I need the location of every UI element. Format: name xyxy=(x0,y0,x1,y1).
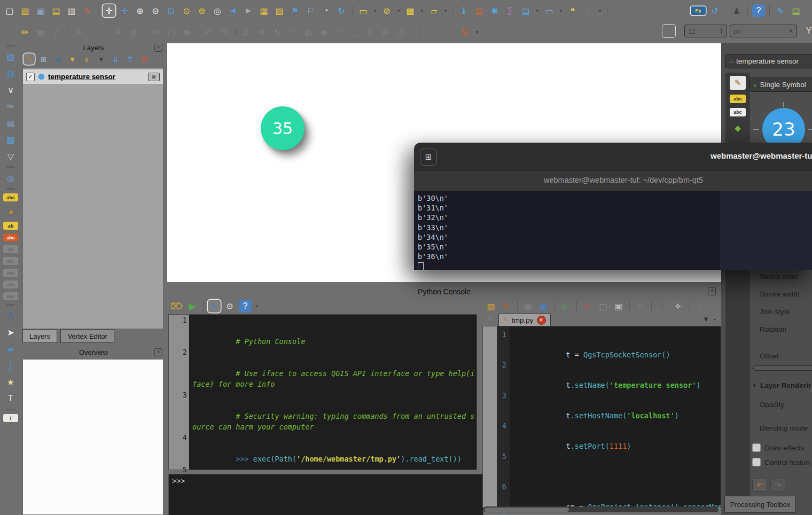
layer-diagram-icon[interactable]: ◕ xyxy=(4,205,18,218)
rotate-label-icon[interactable]: abc xyxy=(3,280,18,288)
save-as-icon[interactable]: ▣ xyxy=(537,300,550,313)
dropdown-caret-icon[interactable]: ▾ xyxy=(535,4,540,17)
copy-features-icon[interactable]: ▢ xyxy=(165,26,178,38)
select-annotation-icon[interactable]: ➤ xyxy=(4,326,18,339)
user-profile-icon[interactable]: ♟ xyxy=(730,4,743,17)
save-script-icon[interactable]: ▣ xyxy=(522,300,535,313)
dropdown-caret-icon[interactable]: ▾ xyxy=(410,26,416,38)
new-bookmark-icon[interactable]: ⚑ xyxy=(288,4,301,17)
new-project-icon[interactable]: ▢ xyxy=(3,4,16,17)
redo-style-icon[interactable]: ↷ xyxy=(770,479,785,491)
offset-slider[interactable] xyxy=(753,365,812,371)
new-tab-icon[interactable]: ⊞ xyxy=(420,149,437,166)
copy-icon[interactable]: ▢ xyxy=(597,300,610,313)
panel-tab[interactable]: Layers xyxy=(22,329,57,343)
move-feature-icon[interactable]: ✜ xyxy=(255,26,268,38)
select-by-form-icon[interactable]: ▱ xyxy=(427,4,440,17)
new-print-layout-icon[interactable]: ▤ xyxy=(50,4,63,17)
toggle-editing-icon[interactable]: ✏ xyxy=(19,26,32,38)
paste-features-icon[interactable]: ▣ xyxy=(181,26,193,38)
digitize-line-icon[interactable]: ╱ xyxy=(50,26,63,38)
topology-icon[interactable]: Y xyxy=(802,25,812,37)
rotate-point-symbols-icon[interactable]: ◷ xyxy=(395,26,408,38)
clear-console-icon[interactable]: ⌦ xyxy=(170,300,183,313)
deselect-features-icon[interactable]: ⊘ xyxy=(380,4,393,17)
statistics-icon[interactable]: ∑ xyxy=(504,4,517,17)
editor-horizontal-scrollbar[interactable] xyxy=(483,506,719,512)
layer-item-temperature-sensor[interactable]: ✓ temperature sensor ▦ xyxy=(23,69,163,84)
object-inspector-icon[interactable]: ✧ xyxy=(672,300,684,313)
collapse-all-icon[interactable]: ⇈ xyxy=(124,53,136,65)
digitize-circle-icon[interactable]: ○ xyxy=(89,26,102,38)
move-handle-icon[interactable]: ⊕ xyxy=(487,314,493,323)
mask-tab-icon[interactable]: abc xyxy=(730,108,746,116)
console-splitter-handle[interactable]: · · · · · · xyxy=(168,470,476,473)
create-text-annotation-icon[interactable]: T xyxy=(4,392,18,405)
chevron-down-icon[interactable]: ▾ xyxy=(714,317,716,322)
console-output[interactable]: 1 # Python Console 2 # Use iface to acce… xyxy=(168,314,477,470)
temporal-controller-icon[interactable]: ◔ xyxy=(319,4,332,17)
dropdown-caret-icon[interactable]: ▾ xyxy=(254,300,260,313)
zoom-last-icon[interactable]: ◄ xyxy=(227,4,239,17)
measure-angle-icon[interactable]: ∠ xyxy=(240,26,253,38)
dropdown-caret-icon[interactable]: ▾ xyxy=(443,4,448,17)
show-editor-icon[interactable]: ✎ xyxy=(208,300,221,313)
dropdown-caret-icon[interactable]: ▾ xyxy=(96,53,107,65)
layout-manager-icon[interactable]: ▥ xyxy=(65,4,78,17)
3d-view-tab-icon[interactable]: ◆ xyxy=(730,121,746,135)
measure-icon[interactable]: ▭ xyxy=(543,4,556,17)
checkbox-row[interactable]: Control feature rendering order xyxy=(752,458,810,466)
panel-tab[interactable]: Vertex Editor xyxy=(60,329,114,343)
editor-tab-tmp-py[interactable]: ✎ tmp.py ✕ xyxy=(498,313,551,326)
dropdown-caret-icon[interactable]: ▾ xyxy=(104,26,110,38)
advanced-digitizing-icon[interactable]: ≋ xyxy=(112,26,125,38)
attributes-abacus-icon[interactable]: ▦ xyxy=(473,4,486,17)
search-settings-icon[interactable]: ◌ xyxy=(582,4,595,17)
database-manager-icon[interactable]: ◎ xyxy=(4,171,18,184)
open-project-icon[interactable]: ▨ xyxy=(19,4,32,17)
paste-icon[interactable]: ▣ xyxy=(612,300,625,313)
dock-tab[interactable]: Processing Toolbox xyxy=(724,496,796,513)
labels-tab-icon[interactable]: abc xyxy=(730,95,746,103)
rotate-feature-icon[interactable]: ↻ xyxy=(271,26,284,38)
plugin-blue-icon[interactable]: ↺ xyxy=(708,4,721,17)
digitize-shape-icon[interactable]: ✳ xyxy=(73,26,86,38)
create-line-annotation-icon[interactable]: ∫ xyxy=(4,359,18,372)
vertex-editor-icon[interactable]: ✎ xyxy=(774,4,787,17)
split-features-icon[interactable]: ╳ xyxy=(364,26,377,38)
pin-labels-icon[interactable]: ab xyxy=(3,222,18,230)
new-gpx-layer-icon[interactable]: ▽ xyxy=(4,150,18,162)
identify-features-icon[interactable]: ℹ xyxy=(457,4,470,17)
toggle-comment-icon[interactable]: # xyxy=(656,300,669,313)
help-icon[interactable]: ? xyxy=(239,300,252,313)
dropdown-caret-icon[interactable]: ▾ xyxy=(419,4,425,17)
map-tips-icon[interactable]: ❝ xyxy=(566,4,579,17)
move-label-icon[interactable]: ab xyxy=(3,245,18,253)
pan-to-selection-icon[interactable]: ✛ xyxy=(118,4,131,17)
dropdown-caret-icon[interactable]: ▾ xyxy=(597,4,603,17)
new-shapefile-layer-icon[interactable]: ▧ xyxy=(4,50,18,63)
close-icon[interactable]: ✕ xyxy=(154,348,162,356)
fill-ring-icon[interactable]: ◉ xyxy=(317,26,330,38)
new-virtual-layer-icon[interactable]: ▦ xyxy=(4,116,18,129)
terminal-header[interactable]: ⊞ webmaster@webmaster-tuf: ~/dev/cpp/bm-… xyxy=(414,143,812,170)
open-in-external-editor-icon[interactable]: ✎ xyxy=(500,300,513,313)
format-code-icon[interactable]: ≡ xyxy=(693,300,706,313)
change-label-icon[interactable]: abc xyxy=(3,292,18,300)
new-3d-map-view-icon[interactable]: ▧ xyxy=(273,4,286,17)
undo-icon[interactable]: ↶ xyxy=(202,26,215,38)
units-select[interactable]: px ▼ xyxy=(730,25,797,37)
zoom-to-selection-icon[interactable]: ⊙ xyxy=(180,4,193,17)
dropdown-caret-icon[interactable]: ▾ xyxy=(474,26,480,38)
new-mesh-layer-icon[interactable]: ▩ xyxy=(4,133,18,146)
zoom-native-icon[interactable]: ◎ xyxy=(211,4,224,17)
new-spatialite-layer-icon[interactable]: ✑ xyxy=(4,100,18,113)
layer-visibility-checkbox[interactable]: ✓ xyxy=(26,73,35,81)
run-command-icon[interactable]: ▶ xyxy=(186,300,199,313)
run-script-icon[interactable]: ▶ xyxy=(559,300,572,313)
spinbox-arrows-icon[interactable]: ▲▼ xyxy=(720,28,723,34)
filter-legend-icon[interactable]: ▼ xyxy=(67,53,78,65)
terminal-tab-bar[interactable]: webmaster@webmaster-tuf: ~/dev/cpp/bm-qt… xyxy=(414,170,812,191)
layer-rendering-section-header[interactable]: ▼ Layer Rendering xyxy=(752,381,811,389)
tab-list-chevron-icon[interactable]: ▼ xyxy=(702,315,709,323)
